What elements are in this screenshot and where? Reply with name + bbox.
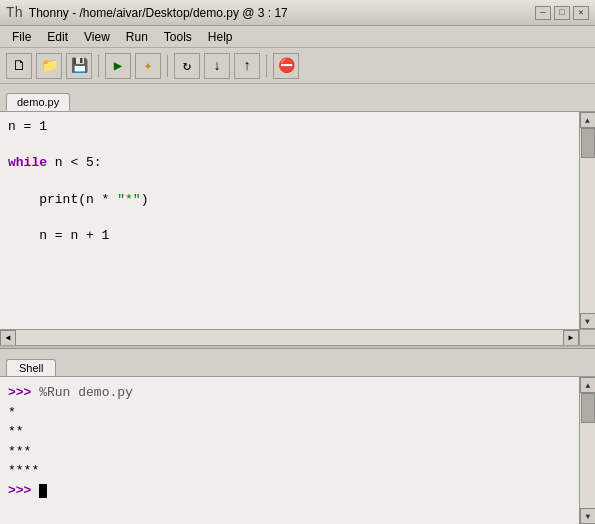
scroll-thumb[interactable] xyxy=(581,128,595,158)
save-button[interactable]: 💾 xyxy=(66,53,92,79)
sep3 xyxy=(266,55,267,77)
text-cursor xyxy=(39,484,47,498)
menu-item-view[interactable]: View xyxy=(76,29,118,45)
step-over-button[interactable]: ↻ xyxy=(174,53,200,79)
main-area: demo.py n = 1 while n < 5: print(n * "*"… xyxy=(0,84,595,524)
step-into-button[interactable]: ↓ xyxy=(204,53,230,79)
editor-v-scrollbar[interactable]: ▲ ▼ xyxy=(579,112,595,329)
shell-v-scrollbar[interactable]: ▲ ▼ xyxy=(579,377,595,524)
run-button[interactable]: ▶ xyxy=(105,53,131,79)
toolbar: 🗋📁💾▶✦↻↓↑⛔ xyxy=(0,48,595,84)
scroll-track xyxy=(580,128,595,313)
shell-input-line: >>> xyxy=(8,481,571,501)
menu-item-run[interactable]: Run xyxy=(118,29,156,45)
editor-h-scrollbar[interactable]: ◀ ▶ xyxy=(0,330,579,345)
new-button[interactable]: 🗋 xyxy=(6,53,32,79)
shell-scroll-thumb[interactable] xyxy=(581,393,595,423)
shell-prompt-1: >>> xyxy=(8,385,31,400)
editor-tab-bar: demo.py xyxy=(0,84,595,112)
shell-output-3: *** xyxy=(8,442,571,462)
shell-scroll-track xyxy=(580,393,595,508)
shell-output-1: * xyxy=(8,403,571,423)
scroll-right-button[interactable]: ▶ xyxy=(563,330,579,346)
menu-bar: FileEditViewRunToolsHelp xyxy=(0,26,595,48)
shell-cursor-area xyxy=(39,483,47,498)
shell-output-2: ** xyxy=(8,422,571,442)
shell-run-line: >>> %Run demo.py xyxy=(8,383,571,403)
editor-h-scrollbar-row: ◀ ▶ xyxy=(0,329,595,345)
minimize-button[interactable]: ─ xyxy=(535,6,551,20)
shell-content[interactable]: >>> %Run demo.py * ** *** **** >>> xyxy=(0,377,579,524)
shell-content-wrap: >>> %Run demo.py * ** *** **** >>> ▲ ▼ xyxy=(0,377,595,524)
close-button[interactable]: ✕ xyxy=(573,6,589,20)
sep2 xyxy=(167,55,168,77)
shell-cmd-1: %Run demo.py xyxy=(39,385,133,400)
shell-output-4: **** xyxy=(8,461,571,481)
shell-prompt-2: >>> xyxy=(8,483,31,498)
app-icon: Th xyxy=(6,5,23,21)
scroll-up-button[interactable]: ▲ xyxy=(580,112,596,128)
menu-item-file[interactable]: File xyxy=(4,29,39,45)
tab-shell[interactable]: Shell xyxy=(6,359,56,376)
scrollbar-corner xyxy=(579,330,595,346)
shell-section: Shell >>> %Run demo.py * ** *** **** >>>… xyxy=(0,349,595,524)
debug-button[interactable]: ✦ xyxy=(135,53,161,79)
editor-section: demo.py n = 1 while n < 5: print(n * "*"… xyxy=(0,84,595,345)
menu-item-help[interactable]: Help xyxy=(200,29,241,45)
menu-item-tools[interactable]: Tools xyxy=(156,29,200,45)
tab-demo-py[interactable]: demo.py xyxy=(6,93,70,111)
open-button[interactable]: 📁 xyxy=(36,53,62,79)
scroll-down-button[interactable]: ▼ xyxy=(580,313,596,329)
step-out-button[interactable]: ↑ xyxy=(234,53,260,79)
window-controls: ─ □ ✕ xyxy=(535,6,589,20)
editor-with-scroll: n = 1 while n < 5: print(n * "*") n = n … xyxy=(0,112,595,329)
shell-tab-bar: Shell xyxy=(0,349,595,377)
title-bar: Th Thonny - /home/aivar/Desktop/demo.py … xyxy=(0,0,595,26)
menu-item-edit[interactable]: Edit xyxy=(39,29,76,45)
h-scroll-track xyxy=(16,330,563,345)
shell-scroll-down-button[interactable]: ▼ xyxy=(580,508,595,524)
code-content: n = 1 while n < 5: print(n * "*") n = n … xyxy=(8,118,571,245)
maximize-button[interactable]: □ xyxy=(554,6,570,20)
window-title: Thonny - /home/aivar/Desktop/demo.py @ 3… xyxy=(29,6,288,20)
shell-scroll-up-button[interactable]: ▲ xyxy=(580,377,595,393)
scroll-left-button[interactable]: ◀ xyxy=(0,330,16,346)
stop-button[interactable]: ⛔ xyxy=(273,53,299,79)
code-editor[interactable]: n = 1 while n < 5: print(n * "*") n = n … xyxy=(0,112,579,329)
sep1 xyxy=(98,55,99,77)
